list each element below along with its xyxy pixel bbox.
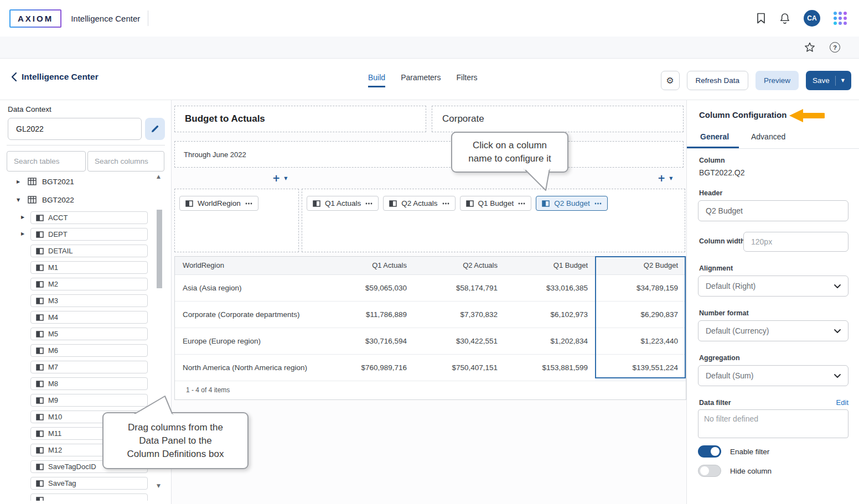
column-chip-label: DEPT — [48, 230, 68, 238]
table-header-cell[interactable]: Q1 Budget — [505, 257, 596, 274]
data-context-label: Data Context — [8, 105, 51, 113]
sidebar-column-chip[interactable]: M7 — [30, 361, 148, 373]
report-period-box[interactable]: Through June 2022 — [174, 141, 684, 168]
tab-general[interactable]: General — [700, 132, 729, 141]
sidebar-column-row: M7 — [30, 361, 155, 373]
sidebar-column-chip[interactable]: M6 — [30, 344, 148, 357]
sidebar-column-chip[interactable]: ACCT — [30, 211, 148, 224]
sidebar-column-chip[interactable]: M1 — [30, 261, 148, 274]
edit-context-button[interactable] — [145, 118, 165, 140]
column-width-input[interactable] — [743, 232, 848, 252]
favorite-star-icon[interactable] — [804, 42, 815, 53]
help-icon[interactable]: ? — [830, 42, 840, 53]
tab-advanced[interactable]: Advanced — [751, 132, 785, 141]
number-format-label: Number format — [699, 309, 749, 317]
scrollbar-up-arrow[interactable]: ▲ — [157, 174, 161, 179]
bookmark-icon[interactable] — [756, 13, 766, 24]
column-icon — [36, 414, 44, 420]
table-header-cell[interactable]: Q1 Actuals — [324, 257, 415, 274]
column-chip-label: M9 — [48, 396, 58, 404]
plus-icon[interactable]: + — [272, 173, 280, 184]
definition-chip[interactable]: Q1 Budget — [460, 196, 532, 211]
sidebar-column-chip[interactable]: M4 — [30, 311, 148, 324]
apps-grid-icon[interactable] — [834, 12, 847, 25]
column-chip-label: M5 — [48, 330, 58, 338]
hide-column-toggle[interactable] — [698, 465, 721, 477]
pencil-icon — [151, 124, 159, 133]
chevron-right-icon[interactable]: ▶ — [17, 179, 22, 184]
sidebar-column-chip[interactable]: M8 — [30, 377, 148, 390]
more-options-icon[interactable] — [365, 202, 372, 205]
refresh-data-button[interactable]: Refresh Data — [687, 71, 749, 90]
notifications-bell-icon[interactable] — [779, 13, 790, 24]
sidebar-table-bgt2021[interactable]: ▶BGT2021 — [17, 175, 155, 188]
table-cell: $1,223,440 — [596, 328, 686, 354]
column-width-label: Column width — [699, 237, 745, 245]
number-format-select[interactable]: Default (Currency) — [698, 320, 848, 341]
sidebar-column-chip[interactable]: M3 — [30, 294, 148, 307]
table-header-cell[interactable]: Q2 Budget — [596, 257, 686, 274]
tab-parameters[interactable]: Parameters — [401, 73, 441, 87]
scrollbar-down-arrow[interactable]: ▼ — [157, 483, 161, 489]
more-options-icon[interactable] — [245, 202, 252, 205]
column-icon — [36, 364, 44, 371]
chevron-down-icon[interactable]: ▼ — [17, 198, 22, 202]
settings-gear-button[interactable]: ⚙ — [661, 71, 680, 90]
enable-filter-toggle[interactable] — [698, 445, 721, 458]
more-options-icon[interactable] — [594, 202, 602, 205]
add-row-column-control[interactable]: + ▼ — [272, 173, 287, 184]
definition-chip[interactable]: Q2 Budget — [536, 196, 608, 211]
table-header-cell[interactable]: Q2 Actuals — [415, 257, 505, 274]
report-entity-box[interactable]: Corporate — [432, 106, 684, 132]
tab-filters[interactable]: Filters — [457, 73, 478, 87]
data-context-input[interactable] — [8, 118, 142, 140]
back-breadcrumb[interactable]: Intelligence Center — [11, 72, 99, 82]
sidebar-table-bgt2022[interactable]: ▼BGT2022 — [17, 193, 155, 206]
sidebar-column-chip[interactable]: SaveTag — [30, 477, 148, 490]
definition-chip[interactable]: Q1 Actuals — [307, 196, 379, 211]
chevron-right-icon[interactable]: ▶ — [21, 215, 24, 220]
preview-button[interactable]: Preview — [755, 71, 799, 90]
definition-chip[interactable]: WorldRegion — [179, 196, 258, 211]
header-input[interactable] — [698, 200, 848, 221]
tab-build[interactable]: Build — [368, 73, 385, 87]
report-title-box[interactable]: Budget to Actuals — [174, 106, 426, 132]
table-header-cell[interactable]: WorldRegion — [175, 257, 324, 274]
column-chip-label: M6 — [48, 346, 58, 355]
sidebar-column-chip[interactable]: DETAIL — [30, 245, 148, 257]
column-definitions-box[interactable]: Q1 ActualsQ2 ActualsQ1 BudgetQ2 Budget — [302, 189, 685, 252]
search-columns-input[interactable] — [87, 151, 164, 172]
search-tables-input[interactable] — [7, 151, 86, 172]
column-icon — [36, 347, 44, 354]
more-options-icon[interactable] — [442, 202, 449, 205]
sidebar-column-chip[interactable]: M5 — [30, 328, 148, 340]
user-avatar[interactable]: CA — [804, 10, 820, 27]
alignment-select[interactable]: Default (Right) — [698, 276, 848, 297]
sidebar-column-chip[interactable]: DEPT — [30, 228, 148, 241]
more-options-icon[interactable] — [518, 202, 525, 205]
scrollbar-thumb[interactable] — [157, 210, 162, 288]
alignment-value: Default (Right) — [706, 282, 755, 290]
sidebar-column-chip[interactable]: M2 — [30, 278, 148, 290]
sidebar-column-row: M2 — [30, 278, 155, 290]
column-icon — [36, 248, 44, 254]
chevron-down-icon[interactable]: ▼ — [669, 176, 672, 181]
sidebar-column-chip[interactable] — [30, 493, 148, 501]
edit-filter-link[interactable]: Edit — [836, 398, 848, 407]
save-dropdown-caret-icon[interactable]: ▼ — [841, 78, 845, 83]
column-icon — [36, 281, 44, 288]
chevron-right-icon[interactable]: ▶ — [21, 231, 24, 236]
chevron-down-icon[interactable]: ▼ — [284, 176, 287, 181]
column-icon — [542, 200, 550, 207]
save-button[interactable]: Save ▼ — [806, 71, 851, 90]
hide-column-label: Hide column — [730, 467, 772, 475]
add-data-column-control[interactable]: + ▼ — [658, 173, 672, 184]
plus-icon[interactable]: + — [658, 173, 665, 184]
filter-textarea[interactable] — [698, 409, 848, 438]
row-definitions-box[interactable]: WorldRegion — [174, 189, 299, 252]
table-cell: $33,016,385 — [505, 275, 596, 301]
table-cell: $139,551,224 — [596, 355, 686, 381]
action-buttons: ⚙ Refresh Data Preview Save ▼ — [661, 71, 852, 90]
definition-chip[interactable]: Q2 Actuals — [383, 196, 455, 211]
aggregation-select[interactable]: Default (Sum) — [698, 365, 848, 386]
